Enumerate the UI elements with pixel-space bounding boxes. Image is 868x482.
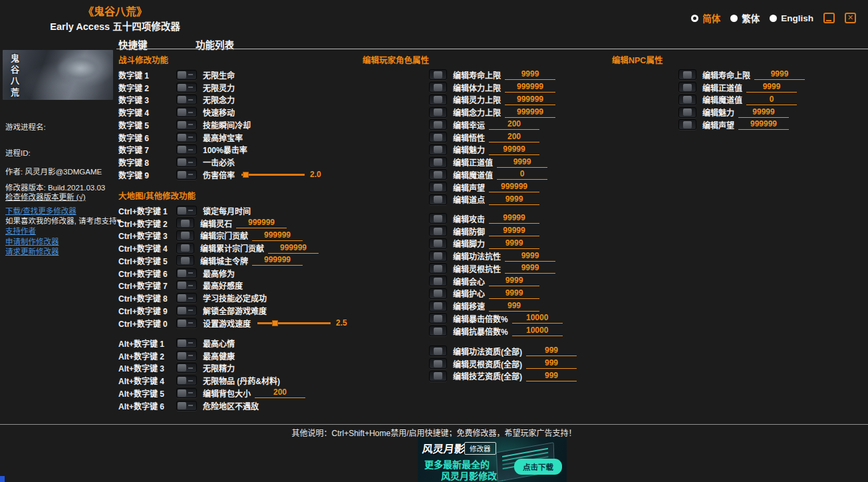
value-input[interactable]: 0 (497, 169, 547, 180)
value-input[interactable]: 999999 (252, 255, 303, 266)
value-input[interactable]: 999999 (505, 95, 555, 105)
slider-handle[interactable] (243, 172, 249, 178)
value-input[interactable]: 9999 (489, 238, 539, 249)
toggle-switch[interactable] (176, 107, 197, 117)
value-input[interactable]: 999999 (489, 182, 539, 192)
edit-button[interactable] (429, 371, 447, 381)
value-input[interactable]: 10000 (512, 313, 563, 324)
toggle-switch[interactable] (176, 120, 197, 130)
value-input[interactable]: 999 (526, 371, 577, 381)
edit-button[interactable] (429, 107, 447, 118)
value-input[interactable]: 99999 (738, 107, 789, 118)
minimize-button[interactable] (823, 13, 835, 23)
toggle-switch[interactable] (176, 401, 197, 411)
value-input[interactable]: 0 (746, 95, 797, 105)
close-button[interactable] (845, 13, 856, 23)
value-input[interactable]: 999999 (236, 218, 287, 228)
toggle-switch[interactable] (176, 157, 197, 167)
value-input[interactable]: 999999 (252, 230, 303, 241)
edit-button[interactable] (429, 358, 447, 369)
slider-handle[interactable] (272, 320, 278, 326)
edit-button[interactable] (429, 182, 447, 192)
value-input[interactable]: 9999 (754, 69, 805, 80)
edit-button[interactable] (429, 144, 447, 155)
toggle-switch[interactable] (176, 363, 197, 373)
value-input[interactable]: 99999 (489, 144, 539, 155)
language-option-simplified[interactable]: 简体 (691, 11, 720, 25)
value-input[interactable]: 200 (489, 119, 539, 130)
request-update-link[interactable]: 请求更新修改器 (5, 246, 59, 256)
edit-button[interactable] (678, 69, 696, 80)
value-input[interactable]: 999999 (738, 119, 789, 130)
language-option-english[interactable]: English (770, 13, 813, 23)
support-author-link[interactable]: 支持作者 (5, 225, 36, 236)
edit-button[interactable] (429, 226, 447, 236)
value-input[interactable]: 9999 (497, 157, 547, 168)
toggle-switch[interactable] (176, 132, 197, 142)
toggle-switch[interactable] (176, 83, 197, 93)
value-input[interactable]: 9999 (489, 288, 539, 299)
toggle-switch[interactable] (176, 388, 197, 398)
toggle-switch[interactable] (176, 375, 197, 385)
value-input[interactable]: 200 (255, 387, 305, 398)
ad-banner[interactable]: 风灵月影 修改器 更多最新最全的 风灵月影修改器 点击下载 (418, 437, 567, 482)
request-trainer-link[interactable]: 申请制作修改器 (5, 236, 59, 246)
slider[interactable] (241, 172, 305, 178)
toggle-switch[interactable] (176, 95, 197, 105)
toggle-switch[interactable] (176, 318, 197, 328)
edit-button[interactable] (429, 119, 447, 130)
value-input[interactable]: 99999 (489, 226, 539, 236)
language-option-traditional[interactable]: 繁体 (730, 11, 760, 25)
toggle-switch[interactable] (176, 351, 197, 361)
toggle-switch[interactable] (176, 338, 197, 348)
edit-button[interactable] (429, 238, 447, 249)
edit-button[interactable] (429, 276, 447, 286)
toggle-switch[interactable] (176, 170, 197, 180)
value-input[interactable]: 999999 (268, 243, 319, 254)
value-input[interactable]: 9999 (505, 251, 555, 262)
edit-button[interactable] (429, 132, 447, 142)
edit-button[interactable] (176, 218, 194, 228)
value-input[interactable]: 9999 (489, 194, 539, 205)
edit-button[interactable] (429, 194, 447, 205)
edit-button[interactable] (429, 326, 447, 336)
toggle-switch[interactable] (176, 268, 197, 278)
toggle-switch[interactable] (176, 70, 197, 80)
edit-button[interactable] (429, 82, 447, 93)
value-input[interactable]: 99999 (489, 213, 539, 224)
edit-button[interactable] (176, 243, 194, 254)
download-more-link[interactable]: 下载/查找更多修改器 (5, 205, 76, 216)
slider[interactable] (257, 320, 331, 326)
edit-button[interactable] (429, 157, 447, 168)
edit-button[interactable] (429, 95, 447, 105)
edit-button[interactable] (429, 213, 447, 224)
value-input[interactable]: 999 (526, 346, 577, 356)
value-input[interactable]: 999999 (505, 107, 555, 118)
edit-button[interactable] (429, 263, 447, 274)
edit-button[interactable] (176, 230, 194, 241)
edit-button[interactable] (678, 107, 696, 118)
edit-button[interactable] (678, 95, 696, 105)
edit-button[interactable] (429, 313, 447, 324)
edit-button[interactable] (429, 346, 447, 356)
edit-button[interactable] (429, 301, 447, 312)
toggle-switch[interactable] (176, 280, 197, 290)
edit-button[interactable] (429, 69, 447, 80)
edit-button[interactable] (176, 255, 194, 266)
edit-button[interactable] (429, 288, 447, 299)
value-input[interactable]: 999 (526, 358, 577, 369)
ad-download-button[interactable]: 点击下载 (514, 459, 562, 475)
edit-button[interactable] (429, 251, 447, 262)
value-input[interactable]: 999 (489, 301, 539, 312)
edit-button[interactable] (429, 169, 447, 180)
toggle-switch[interactable] (176, 306, 197, 316)
value-input[interactable]: 10000 (512, 326, 563, 336)
value-input[interactable]: 9999 (505, 69, 555, 80)
edit-button[interactable] (678, 82, 696, 93)
toggle-switch[interactable] (176, 206, 197, 216)
value-input[interactable]: 9999 (489, 276, 539, 286)
toggle-switch[interactable] (176, 144, 197, 154)
value-input[interactable]: 999999 (505, 82, 555, 93)
value-input[interactable]: 200 (489, 132, 539, 142)
toggle-switch[interactable] (176, 293, 197, 303)
